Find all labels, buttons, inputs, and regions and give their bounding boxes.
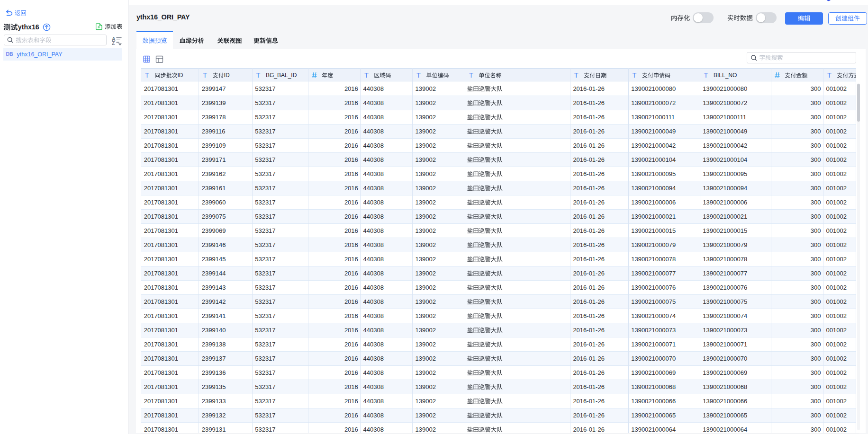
svg-text:Z: Z — [112, 40, 115, 46]
